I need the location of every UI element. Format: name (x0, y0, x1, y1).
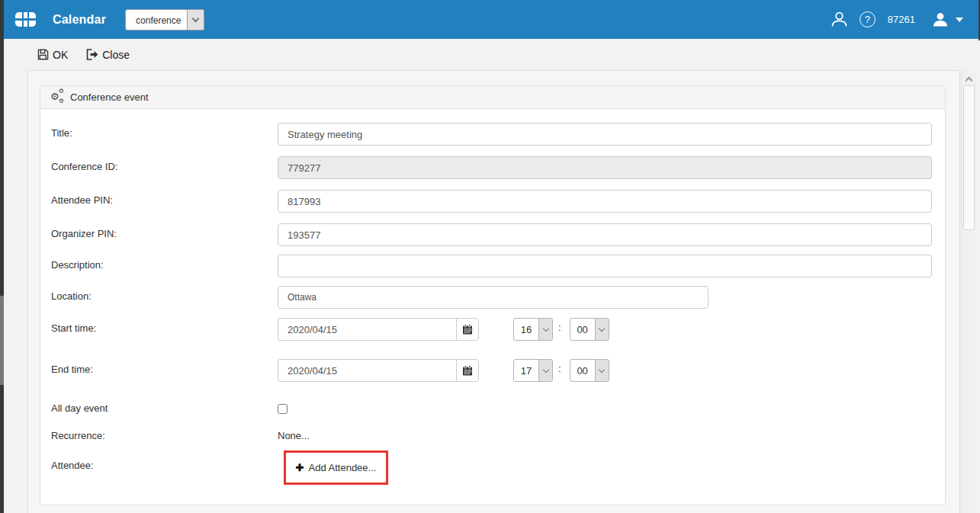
start-hour-select[interactable]: 16 (513, 318, 553, 341)
module-select-value: conference (126, 10, 187, 30)
sign-out-icon (86, 49, 98, 60)
recurrence-value-link[interactable]: None... (278, 429, 310, 441)
chevron-down-icon (599, 366, 605, 372)
form-row-organizer-pin: Organizer PIN: (51, 223, 932, 246)
app-header: Calendar conference ? 87261 (4, 0, 980, 39)
user-outline-icon[interactable] (830, 10, 849, 29)
user-code: 87261 (888, 14, 915, 25)
annotation-highlight-box: ✚ Add Attendee... (284, 450, 388, 485)
start-date-input[interactable] (278, 318, 456, 341)
location-input[interactable] (278, 286, 708, 309)
cogs-icon: ⚙ ⚙ ⚙ (50, 91, 65, 104)
description-input[interactable] (278, 255, 932, 277)
help-icon[interactable]: ? (860, 11, 876, 27)
chevron-down-icon (599, 325, 605, 331)
end-date-picker-button[interactable] (456, 359, 479, 382)
time-separator: : (558, 359, 561, 374)
form-row-title: Title: (51, 123, 932, 146)
start-time-label: Start time: (51, 318, 278, 341)
scrollbar-thumb[interactable] (963, 85, 975, 230)
form-row-attendee-pin: Attendee PIN: (51, 190, 932, 213)
app-logo-grid-icon (15, 12, 37, 27)
header-right-cluster: ? 87261 (830, 10, 963, 29)
form-row-conference-id: Conference ID: (51, 156, 932, 179)
form-row-all-day: All day event (51, 402, 932, 414)
start-minute-value: 00 (570, 319, 595, 340)
chevron-down-icon (542, 366, 548, 372)
attendee-pin-input[interactable] (278, 190, 932, 213)
end-date-group (278, 359, 479, 382)
ok-button[interactable]: OK (37, 49, 68, 61)
start-date-picker-button[interactable] (456, 318, 479, 341)
end-date-input[interactable] (278, 359, 456, 382)
account-caret-down-icon[interactable] (956, 18, 963, 22)
chevron-down-icon (542, 325, 548, 331)
recurrence-label: Recurrence: (51, 429, 278, 441)
account-user-icon[interactable] (932, 11, 949, 28)
end-time-label: End time: (51, 359, 278, 382)
window-left-edge (0, 0, 4, 513)
start-minute-dropdown[interactable] (595, 319, 609, 340)
panel-header: ⚙ ⚙ ⚙ Conference event (40, 86, 945, 109)
attendee-label: Attendee: (51, 450, 278, 485)
end-minute-select[interactable]: 00 (570, 359, 609, 382)
time-separator: : (558, 318, 561, 333)
organizer-pin-input[interactable] (278, 223, 932, 246)
start-hour-value: 16 (514, 319, 538, 340)
organizer-pin-label: Organizer PIN: (51, 223, 278, 246)
end-minute-value: 00 (570, 360, 595, 381)
form-row-start-time: Start time: (51, 318, 932, 341)
scrollbar-up-arrow-icon[interactable] (966, 77, 973, 85)
all-day-checkbox[interactable] (278, 404, 288, 414)
end-hour-value: 17 (514, 360, 538, 381)
form-row-end-time: End time: (51, 359, 932, 382)
start-minute-select[interactable]: 00 (570, 318, 609, 341)
conference-event-panel: ⚙ ⚙ ⚙ Conference event Title: Conference… (40, 85, 946, 505)
left-edge-scroll-thumb (0, 296, 4, 385)
calendar-icon (462, 324, 473, 335)
description-label: Description: (51, 255, 278, 277)
conference-id-label: Conference ID: (51, 156, 278, 179)
plus-icon: ✚ (296, 463, 304, 473)
form-row-description: Description: (51, 255, 932, 277)
start-hour-dropdown[interactable] (538, 319, 552, 340)
vertical-scrollbar[interactable] (961, 70, 977, 513)
form-row-location: Location: (51, 286, 932, 309)
close-button-label: Close (102, 49, 130, 61)
add-attendee-button[interactable]: ✚ Add Attendee... (296, 462, 377, 473)
add-attendee-label: Add Attendee... (309, 462, 377, 473)
attendee-pin-label: Attendee PIN: (51, 190, 278, 213)
start-date-group (278, 318, 479, 341)
module-select[interactable]: conference (125, 9, 204, 30)
title-input[interactable] (278, 123, 932, 146)
form-row-attendee: Attendee: ✚ Add Attendee... (51, 450, 932, 485)
save-floppy-icon (37, 49, 49, 60)
location-label: Location: (51, 286, 278, 309)
panel-title: Conference event (70, 91, 149, 103)
calendar-icon (462, 365, 473, 376)
close-button[interactable]: Close (86, 49, 130, 61)
form-toolbar: OK Close (4, 39, 980, 70)
help-glyph: ? (865, 14, 870, 25)
module-select-dropdown-button[interactable] (187, 10, 204, 30)
end-hour-select[interactable]: 17 (513, 359, 553, 382)
content-container: ⚙ ⚙ ⚙ Conference event Title: Conference… (27, 70, 960, 513)
form-row-recurrence: Recurrence: None... (51, 429, 932, 441)
chevron-down-icon (192, 14, 200, 22)
end-minute-dropdown[interactable] (595, 360, 609, 381)
end-hour-dropdown[interactable] (538, 360, 552, 381)
conference-id-input (278, 156, 932, 179)
all-day-label: All day event (51, 402, 278, 414)
title-label: Title: (51, 123, 278, 146)
ok-button-label: OK (53, 49, 68, 61)
app-title: Calendar (53, 13, 106, 27)
panel-body: Title: Conference ID: Attendee PIN: Orga… (40, 109, 945, 485)
